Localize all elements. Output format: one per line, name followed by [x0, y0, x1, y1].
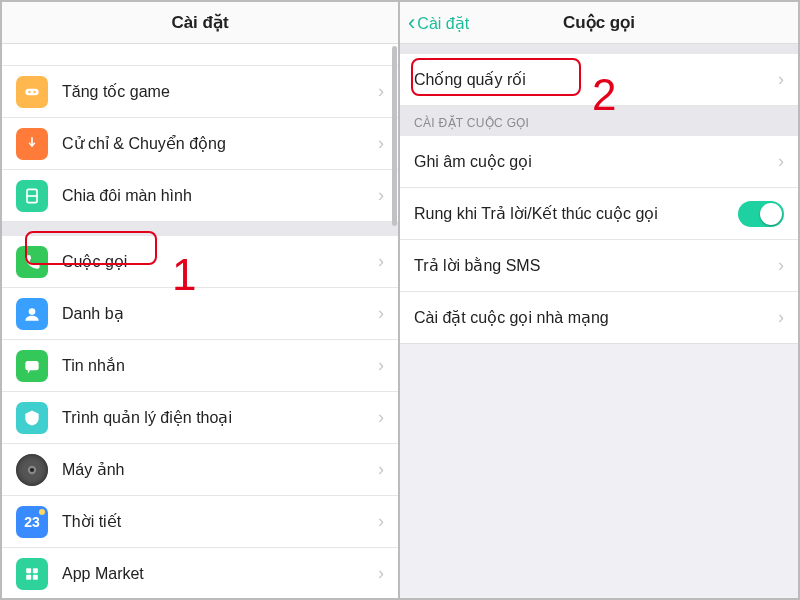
chevron-right-icon: › — [778, 255, 784, 276]
row-carrier-call-settings[interactable]: Cài đặt cuộc gọi nhà mạng › — [400, 292, 798, 344]
svg-point-5 — [29, 308, 36, 315]
row-label: Tin nhắn — [62, 356, 378, 375]
row-label: Danh bạ — [62, 304, 378, 323]
row-gestures[interactable]: Cử chỉ & Chuyển động › — [2, 118, 398, 170]
call-icon — [16, 246, 48, 278]
message-icon — [16, 350, 48, 382]
chevron-right-icon: › — [378, 133, 384, 154]
call-settings-pane: ‹ Cài đặt Cuộc gọi Chống quấy rối › CÀI … — [400, 2, 798, 598]
split-icon — [16, 180, 48, 212]
row-sms-reply[interactable]: Trả lời bằng SMS › — [400, 240, 798, 292]
row-camera[interactable]: Máy ảnh › — [2, 444, 398, 496]
scrollbar[interactable] — [392, 46, 397, 226]
svg-rect-12 — [33, 574, 38, 579]
toggle-vibrate[interactable] — [738, 201, 784, 227]
row-label: App Market — [62, 565, 378, 583]
chevron-left-icon: ‹ — [408, 12, 415, 34]
settings-list[interactable]: Tăng tốc game › Cử chỉ & Chuyển động › C… — [2, 44, 398, 598]
row-call-recording[interactable]: Ghi âm cuộc gọi › — [400, 136, 798, 188]
row-label: Chống quấy rối — [414, 70, 778, 89]
chevron-right-icon: › — [778, 307, 784, 328]
row-app-market[interactable]: App Market › — [2, 548, 398, 598]
weather-icon: 23 — [16, 506, 48, 538]
contacts-icon — [16, 298, 48, 330]
svg-point-2 — [33, 90, 35, 92]
call-list: Chống quấy rối › CÀI ĐẶT CUỘC GỌI Ghi âm… — [400, 44, 798, 598]
gap — [400, 44, 798, 54]
partial-top-row — [2, 44, 398, 66]
right-header: ‹ Cài đặt Cuộc gọi — [400, 2, 798, 44]
row-messages[interactable]: Tin nhắn › — [2, 340, 398, 392]
chevron-right-icon: › — [378, 511, 384, 532]
row-label: Ghi âm cuộc gọi — [414, 152, 778, 171]
camera-icon — [16, 454, 48, 486]
row-label: Thời tiết — [62, 512, 378, 531]
row-game-boost[interactable]: Tăng tốc game › — [2, 66, 398, 118]
back-button[interactable]: ‹ Cài đặt — [408, 2, 469, 44]
chevron-right-icon: › — [378, 251, 384, 272]
row-label: Cài đặt cuộc gọi nhà mạng — [414, 308, 778, 327]
right-title: Cuộc gọi — [563, 12, 635, 33]
section-header-call-settings: CÀI ĐẶT CUỘC GỌI — [400, 106, 798, 136]
row-label: Tăng tốc game — [62, 82, 378, 101]
phonemgr-icon — [16, 402, 48, 434]
row-vibrate-answer-end[interactable]: Rung khi Trả lời/Kết thúc cuộc gọi — [400, 188, 798, 240]
row-call[interactable]: Cuộc gọi › — [2, 236, 398, 288]
row-label: Rung khi Trả lời/Kết thúc cuộc gọi — [414, 204, 738, 223]
back-label: Cài đặt — [417, 14, 469, 33]
row-anti-harassment[interactable]: Chống quấy rối › — [400, 54, 798, 106]
game-icon — [16, 76, 48, 108]
svg-rect-11 — [26, 574, 31, 579]
svg-rect-10 — [33, 568, 38, 573]
row-label: Cử chỉ & Chuyển động — [62, 134, 378, 153]
settings-pane: Cài đặt Tăng tốc game › Cử chỉ & Chuyển … — [2, 2, 400, 598]
chevron-right-icon: › — [378, 303, 384, 324]
svg-rect-6 — [25, 361, 38, 370]
chevron-right-icon: › — [378, 81, 384, 102]
gesture-icon — [16, 128, 48, 160]
row-label: Trình quản lý điện thoại — [62, 408, 378, 427]
svg-point-1 — [28, 90, 30, 92]
chevron-right-icon: › — [378, 459, 384, 480]
row-phone-manager[interactable]: Trình quản lý điện thoại › — [2, 392, 398, 444]
row-weather[interactable]: 23 Thời tiết › — [2, 496, 398, 548]
chevron-right-icon: › — [378, 563, 384, 584]
group-divider — [2, 222, 398, 236]
left-header: Cài đặt — [2, 2, 398, 44]
row-label: Trả lời bằng SMS — [414, 256, 778, 275]
svg-rect-0 — [25, 88, 38, 95]
chevron-right-icon: › — [378, 355, 384, 376]
chevron-right-icon: › — [378, 407, 384, 428]
left-title: Cài đặt — [171, 12, 228, 33]
row-label: Chia đôi màn hình — [62, 187, 378, 205]
row-label: Cuộc gọi — [62, 252, 378, 271]
svg-point-8 — [30, 467, 34, 471]
chevron-right-icon: › — [778, 151, 784, 172]
chevron-right-icon: › — [378, 185, 384, 206]
svg-rect-9 — [26, 568, 31, 573]
market-icon — [16, 558, 48, 590]
weather-badge: 23 — [24, 514, 40, 530]
row-contacts[interactable]: Danh bạ › — [2, 288, 398, 340]
row-split-screen[interactable]: Chia đôi màn hình › — [2, 170, 398, 222]
chevron-right-icon: › — [778, 69, 784, 90]
row-label: Máy ảnh — [62, 460, 378, 479]
